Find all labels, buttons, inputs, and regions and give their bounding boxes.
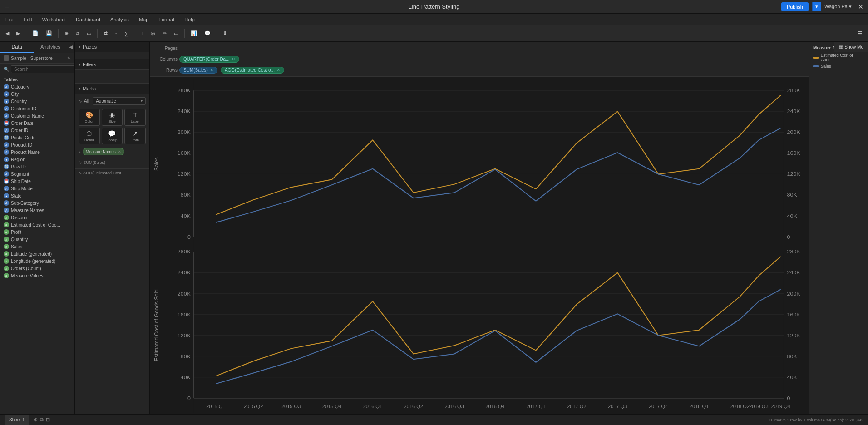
legend-color-cost xyxy=(813,57,819,59)
frame-button[interactable]: ▭ xyxy=(171,29,181,38)
field-customer-name[interactable]: ACustomer Name xyxy=(0,112,74,119)
save-button[interactable]: 💾 xyxy=(43,29,55,38)
rows-pill-cost[interactable]: AGG(Estimated Cost o... ✕ xyxy=(221,67,284,74)
field-discount[interactable]: #Discount xyxy=(0,214,74,221)
grid-sheet-icon[interactable]: ⊞ xyxy=(46,417,50,423)
field-customer-id[interactable]: ACustomer ID xyxy=(0,105,74,112)
field-orders-count[interactable]: #Orders (Count) xyxy=(0,265,74,272)
marks-detail-btn[interactable]: ⬡ Detail xyxy=(79,128,100,144)
search-input[interactable] xyxy=(11,65,75,73)
close-button[interactable]: ✕ xyxy=(858,3,863,10)
field-region[interactable]: ●Region xyxy=(0,156,74,163)
rows-pill-sales[interactable]: SUM(Sales) ✕ xyxy=(179,67,217,74)
data-source-name[interactable]: Sample - Superstore xyxy=(11,56,65,61)
field-order-id[interactable]: AOrder ID xyxy=(0,127,74,134)
field-country[interactable]: ●Country xyxy=(0,98,74,105)
data-panel-collapse[interactable]: ◀ xyxy=(67,42,74,53)
field-category[interactable]: ACategory xyxy=(0,83,74,90)
minimize-icon[interactable]: ─ xyxy=(5,3,9,10)
tooltip-button[interactable]: 💬 xyxy=(202,29,213,38)
field-longitude[interactable]: #Longitude (generated) xyxy=(0,257,74,265)
field-latitude[interactable]: #Latitude (generated) xyxy=(0,250,74,257)
field-city[interactable]: ●City xyxy=(0,90,74,98)
field-measure-values[interactable]: #Measure Values xyxy=(0,272,74,279)
field-sub-category[interactable]: ASub-Category xyxy=(0,199,74,207)
highlight-button[interactable]: ◎ xyxy=(148,29,158,38)
field-row-id[interactable]: 🔢Row ID xyxy=(0,163,74,170)
add-sheet-icon[interactable]: ⊕ xyxy=(34,417,38,423)
download-button[interactable]: ⬇ xyxy=(220,29,230,38)
duplicate-sheet-icon[interactable]: ⧉ xyxy=(40,417,44,423)
new-datasource-button[interactable]: ⊕ xyxy=(62,29,71,38)
pages-section[interactable]: ▾ Pages xyxy=(75,42,149,52)
pencil-button[interactable]: ✏ xyxy=(160,29,169,38)
menu-map[interactable]: Map xyxy=(137,16,150,23)
menu-format[interactable]: Format xyxy=(157,16,176,23)
field-postal-code[interactable]: 🔢Postal Code xyxy=(0,134,74,141)
menu-edit[interactable]: Edit xyxy=(22,16,34,23)
show-me-button[interactable]: ▦ Show Me xyxy=(834,42,868,52)
field-order-date[interactable]: 📅Order Date xyxy=(0,119,74,127)
marks-color-btn[interactable]: 🎨 Color xyxy=(79,109,100,126)
field-profit[interactable]: #Profit xyxy=(0,228,74,236)
marks-size-btn[interactable]: ◉ Size xyxy=(102,109,123,126)
publish-dropdown-button[interactable]: ▾ xyxy=(812,2,821,11)
field-ship-mode[interactable]: AShip Mode xyxy=(0,185,74,192)
marks-section[interactable]: ▾ Marks xyxy=(75,84,149,94)
legend-item-cost[interactable]: Estimated Cost of Goo... xyxy=(813,53,864,62)
filters-collapse-arrow: ▾ xyxy=(79,62,81,67)
marks-label-btn[interactable]: T Label xyxy=(124,109,146,126)
columns-pill-remove[interactable]: ✕ xyxy=(232,57,235,61)
sort-asc-button[interactable]: ↑ xyxy=(112,29,120,38)
legend-item-sales[interactable]: Sales xyxy=(813,64,864,69)
field-state[interactable]: ●State xyxy=(0,192,74,199)
svg-text:2016 Q4: 2016 Q4 xyxy=(485,404,504,409)
measure-names-pill[interactable]: Measure Names ✕ xyxy=(83,148,124,155)
dim-icon: A xyxy=(4,171,9,177)
columns-pill[interactable]: QUARTER(Order Da... ✕ xyxy=(179,56,239,63)
chart-type-button[interactable]: 📊 xyxy=(188,29,200,38)
tab-data[interactable]: Data xyxy=(0,42,34,53)
svg-text:240K: 240K xyxy=(787,109,800,115)
text-format-button[interactable]: T xyxy=(138,29,146,38)
present-button[interactable]: ▭ xyxy=(84,29,94,38)
tab-analytics[interactable]: Analytics xyxy=(34,42,67,53)
field-ship-date[interactable]: 📅Ship Date xyxy=(0,178,74,185)
marks-type-select[interactable]: Automatic ▾ xyxy=(93,97,146,105)
field-product-id[interactable]: AProduct ID xyxy=(0,141,74,148)
rows-pill-cost-remove[interactable]: ✕ xyxy=(277,68,280,72)
sheet-tab[interactable]: Sheet 1 xyxy=(5,415,29,425)
menu-worksheet[interactable]: Worksheet xyxy=(40,16,68,23)
data-source-edit-icon[interactable]: ✎ xyxy=(67,56,71,61)
dim-icon: ● xyxy=(4,91,9,97)
sort-desc-button[interactable]: ∑ xyxy=(122,29,131,38)
menu-dashboard[interactable]: Dashboard xyxy=(74,16,102,23)
field-segment[interactable]: ASegment xyxy=(0,170,74,178)
back-button[interactable]: ◀ xyxy=(3,29,12,38)
user-menu[interactable]: Wagon Pa ▾ xyxy=(824,4,852,10)
field-measure-names[interactable]: AMeasure Names xyxy=(0,207,74,214)
rows-pill-sales-label: SUM(Sales) xyxy=(183,68,208,73)
tooltip-icon: 💬 xyxy=(108,130,116,137)
filters-section[interactable]: ▾ Filters xyxy=(75,59,149,70)
menu-file[interactable]: File xyxy=(4,16,15,23)
marks-path-btn[interactable]: ↗ Path xyxy=(124,128,146,144)
field-list-button[interactable]: ☰ xyxy=(855,29,865,38)
forward-button[interactable]: ▶ xyxy=(14,29,23,38)
pill-remove[interactable]: ✕ xyxy=(118,150,121,154)
menu-analysis[interactable]: Analysis xyxy=(108,16,131,23)
marks-tooltip-btn[interactable]: 💬 Tooltip xyxy=(102,128,123,144)
rows-pill-sales-remove[interactable]: ✕ xyxy=(210,68,213,72)
maximize-icon[interactable]: □ xyxy=(11,3,15,10)
publish-button[interactable]: Publish xyxy=(781,2,809,11)
duplicate-button[interactable]: ⧉ xyxy=(73,29,82,38)
menu-help[interactable]: Help xyxy=(182,16,197,23)
field-sales[interactable]: #Sales xyxy=(0,243,74,250)
svg-rect-1 xyxy=(150,79,194,413)
field-est-cost[interactable]: #Estimated Cost of Goo... xyxy=(0,221,74,228)
agg-cost-section-label: ∿ AGG(Estimated Cost ... xyxy=(79,171,146,175)
field-quantity[interactable]: #Quantity xyxy=(0,236,74,243)
swap-button[interactable]: ⇄ xyxy=(101,29,110,38)
field-product-name[interactable]: AProduct Name xyxy=(0,148,74,156)
new-worksheet-button[interactable]: 📄 xyxy=(30,29,41,38)
